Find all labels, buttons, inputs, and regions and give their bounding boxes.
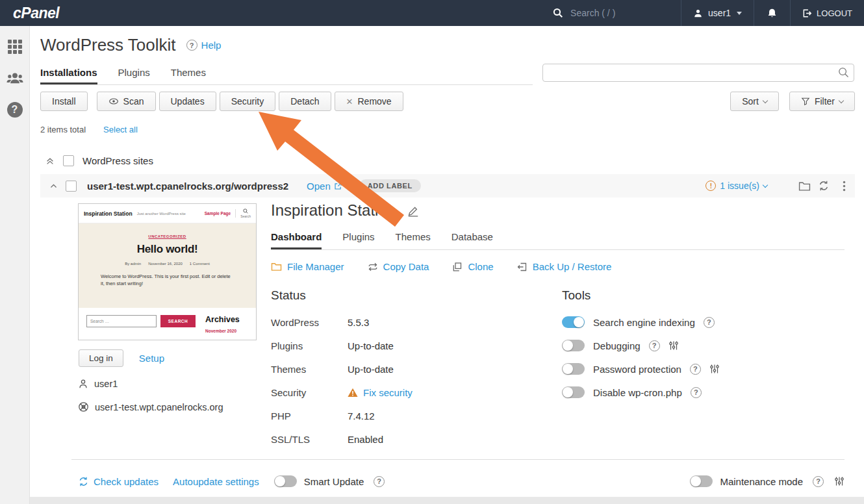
status-row-security: Security Fix security: [271, 381, 524, 404]
edit-pencil-icon[interactable]: [407, 204, 420, 217]
security-button[interactable]: Security: [220, 92, 276, 111]
tab-site-themes[interactable]: Themes: [396, 231, 431, 249]
preview-header: Inspiration Station Just another WordPre…: [79, 204, 256, 223]
tab-themes[interactable]: Themes: [171, 67, 206, 84]
tool-password-protection: Password protection ?: [562, 357, 720, 381]
select-all-link[interactable]: Select all: [103, 125, 138, 134]
password-protection-toggle[interactable]: [562, 363, 585, 375]
preview-archives: Archives November 2020: [205, 315, 240, 333]
tool-label: Debugging: [593, 340, 641, 351]
open-site-link[interactable]: Open: [307, 181, 342, 192]
help-circle-icon[interactable]: ?: [704, 317, 715, 328]
settings-sliders-icon[interactable]: [834, 476, 845, 486]
filter-button[interactable]: Filter: [789, 92, 855, 111]
globe-icon: [78, 401, 89, 412]
tab-database[interactable]: Database: [451, 231, 493, 249]
updates-button[interactable]: Updates: [159, 92, 216, 111]
preview-archive-link: November 2020: [205, 329, 240, 333]
copy-data-link[interactable]: Copy Data: [368, 261, 429, 272]
preview-meta-date: November 16, 2020: [148, 262, 183, 266]
help-link[interactable]: ? Help: [186, 40, 222, 51]
preview-meta-author: By admin: [125, 262, 141, 266]
status-row-ssl: SSL/TLS Enabled: [271, 427, 524, 451]
login-button[interactable]: Log in: [79, 349, 123, 367]
remove-button[interactable]: ✕ Remove: [335, 92, 403, 111]
tab-installations[interactable]: Installations: [40, 67, 97, 84]
installations-search-input[interactable]: [542, 64, 854, 82]
backup-restore-link[interactable]: Back Up / Restore: [517, 261, 612, 272]
chevron-down-icon: [763, 97, 768, 103]
autoupdate-settings-link[interactable]: Autoupdate settings: [173, 476, 259, 487]
tab-dashboard[interactable]: Dashboard: [271, 231, 322, 249]
search-engine-indexing-toggle[interactable]: [562, 316, 585, 328]
logout-button[interactable]: LOGOUT: [790, 0, 864, 26]
refresh-icon[interactable]: [818, 180, 830, 192]
card-footer: Check updates Autoupdate settings Smart …: [78, 470, 845, 492]
collapse-card-icon[interactable]: [49, 182, 58, 190]
add-label-badge[interactable]: ADD LABEL: [359, 179, 421, 192]
check-updates-label: Check updates: [94, 476, 159, 487]
settings-sliders-icon[interactable]: [709, 364, 720, 374]
settings-sliders-icon[interactable]: [668, 340, 679, 351]
detach-button[interactable]: Detach: [279, 92, 331, 111]
status-label: Security: [271, 387, 348, 398]
tab-plugins[interactable]: Plugins: [118, 67, 150, 84]
chevron-down-icon: [763, 182, 768, 187]
check-updates-link[interactable]: Check updates: [78, 476, 159, 487]
issues-dropdown[interactable]: ! 1 issue(s): [705, 181, 767, 191]
help-circle-icon[interactable]: ?: [813, 476, 824, 487]
wp-admin-user-row: user1: [78, 379, 118, 389]
group-checkbox[interactable]: [63, 155, 74, 166]
preview-post-title: Hello world!: [79, 243, 256, 256]
site-name-row: Inspiration Station: [271, 201, 420, 220]
debugging-toggle[interactable]: [562, 340, 585, 351]
sort-button[interactable]: Sort: [730, 92, 779, 111]
collapse-all-icon[interactable]: [45, 157, 55, 166]
external-link-icon: [334, 182, 342, 190]
backup-restore-icon: [517, 262, 527, 272]
bell-icon: [767, 8, 778, 19]
preview-divider: [235, 209, 236, 218]
warning-triangle-icon: [348, 388, 358, 397]
preview-post-meta: By admin November 16, 2020 1 Comment: [79, 262, 256, 266]
card-header-actions: ! 1 issue(s): [705, 180, 846, 192]
clone-link[interactable]: Clone: [452, 261, 493, 272]
status-row-plugins: Plugins Up-to-date: [271, 334, 524, 357]
tools-rows: Search engine indexing ? Debugging ? Pas…: [562, 310, 720, 404]
maintenance-mode-toggle[interactable]: [690, 475, 713, 487]
global-search[interactable]: Search ( / ): [541, 0, 681, 26]
user-manager-icon[interactable]: [6, 69, 23, 86]
tab-site-plugins[interactable]: Plugins: [342, 231, 374, 249]
file-manager-link[interactable]: File Manager: [271, 261, 344, 272]
setup-link[interactable]: Setup: [139, 353, 164, 364]
help-circle-icon[interactable]: ?: [374, 476, 385, 487]
help-circle-icon[interactable]: ?: [649, 340, 660, 351]
smart-update-toggle[interactable]: [274, 475, 297, 487]
disable-wp-cron-toggle[interactable]: [562, 386, 585, 398]
user-menu[interactable]: user1: [681, 0, 754, 26]
login-row: Log in Setup: [79, 349, 164, 367]
notifications-button[interactable]: [754, 0, 790, 26]
installation-card-header: user1-test.wpt.cpanelrocks.org/wordpress…: [40, 174, 855, 197]
site-domain: user1-test.wpt.cpanelrocks.org: [95, 402, 223, 412]
help-circle-icon[interactable]: ?: [690, 364, 701, 375]
username: user1: [708, 8, 731, 18]
kebab-menu-icon[interactable]: [843, 181, 846, 192]
scan-button[interactable]: Scan: [97, 92, 156, 111]
site-domain-row: user1-test.wpt.cpanelrocks.org: [78, 401, 223, 412]
cpanel-logo: cPanel: [13, 0, 59, 26]
question-mark-glyph: ?: [7, 102, 23, 118]
search-icon: [838, 67, 849, 78]
help-circle-icon[interactable]: ?: [691, 387, 702, 398]
tool-search-engine-indexing: Search engine indexing ?: [562, 310, 720, 334]
fix-security-link[interactable]: Fix security: [363, 387, 413, 398]
help-icon[interactable]: ?: [6, 101, 23, 118]
apps-grid-icon[interactable]: [6, 38, 23, 55]
site-checkbox[interactable]: [66, 181, 77, 192]
main-tabs: Installations Plugins Themes: [40, 67, 533, 85]
preview-search-label: Search: [240, 214, 251, 218]
folder-icon: [271, 262, 282, 271]
install-button[interactable]: Install: [40, 92, 88, 111]
folder-icon[interactable]: [798, 181, 811, 192]
refresh-icon: [78, 476, 89, 487]
